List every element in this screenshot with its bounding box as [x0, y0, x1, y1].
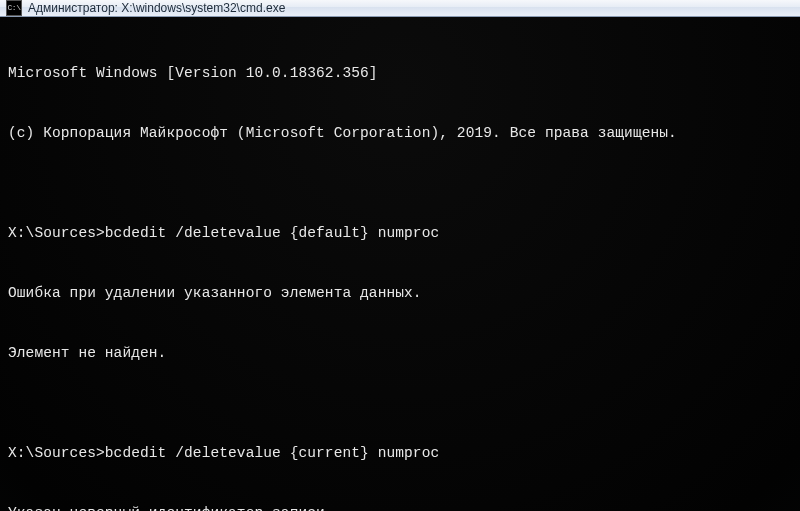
- terminal-line: Microsoft Windows [Version 10.0.18362.35…: [8, 63, 792, 83]
- cmd-icon-glyph: C:\: [8, 4, 21, 12]
- terminal-line: X:\Sources>bcdedit /deletevalue {default…: [8, 223, 792, 243]
- cmd-window: C:\ Администратор: X:\windows\system32\c…: [0, 0, 800, 511]
- terminal-line: Указан неверный идентификатор записи.: [8, 503, 792, 511]
- terminal-line: Ошибка при удалении указанного элемента …: [8, 283, 792, 303]
- titlebar[interactable]: C:\ Администратор: X:\windows\system32\c…: [0, 0, 800, 17]
- terminal-area[interactable]: Microsoft Windows [Version 10.0.18362.35…: [0, 17, 800, 511]
- cmd-icon: C:\: [6, 0, 22, 16]
- window-title: Администратор: X:\windows\system32\cmd.e…: [28, 1, 285, 15]
- terminal-line: (c) Корпорация Майкрософт (Microsoft Cor…: [8, 123, 792, 143]
- terminal-line: Элемент не найден.: [8, 343, 792, 363]
- terminal-line: X:\Sources>bcdedit /deletevalue {current…: [8, 443, 792, 463]
